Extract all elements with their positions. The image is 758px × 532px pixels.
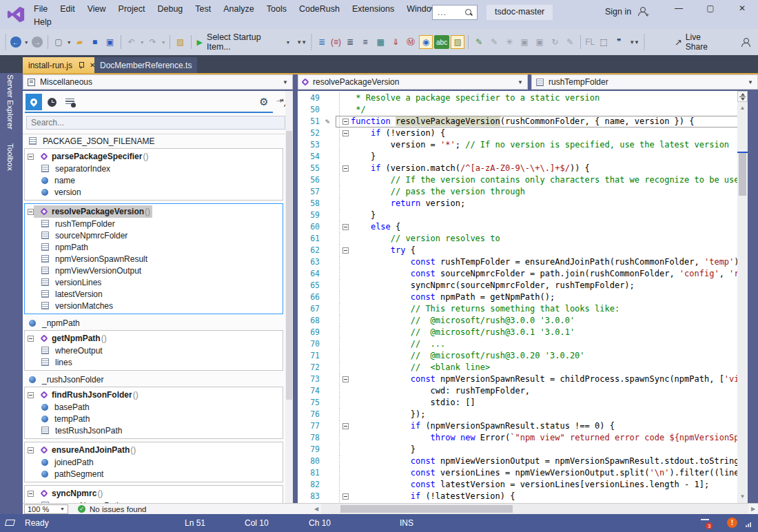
code-line-70[interactable]: 70 // ... bbox=[298, 338, 748, 350]
collapse-icon[interactable] bbox=[342, 376, 349, 382]
code-text[interactable]: else { bbox=[351, 221, 748, 233]
code-line-64[interactable]: 64 const sourceNpmrcFolder = path.join(r… bbox=[298, 268, 748, 280]
code-line-51[interactable]: 51✎function resolvePackageVersion(rushCo… bbox=[298, 116, 748, 127]
toolbar-grip[interactable] bbox=[5, 34, 6, 50]
menu-tools[interactable]: Tools bbox=[260, 4, 293, 14]
code-line-58[interactable]: 58 return version; bbox=[298, 198, 748, 209]
code-text[interactable]: * Resolve a package specifier to a stati… bbox=[351, 92, 748, 104]
line-number[interactable]: 71 bbox=[298, 350, 320, 362]
code-line-60[interactable]: 60 else { bbox=[298, 221, 748, 233]
outline-item-basePath[interactable]: basePath bbox=[25, 401, 283, 413]
close-button[interactable]: ✕ bbox=[730, 0, 754, 17]
scrollbar-track[interactable] bbox=[321, 504, 748, 514]
code-text[interactable]: if (!latestVersion) { bbox=[351, 491, 748, 502]
line-numbers-icon[interactable]: ≣ bbox=[343, 35, 357, 49]
line-number[interactable]: 72 bbox=[298, 362, 320, 374]
line-number[interactable]: 61 bbox=[298, 233, 320, 245]
fold-margin[interactable] bbox=[339, 420, 351, 432]
navigate-forward-icon[interactable]: → bbox=[30, 35, 44, 49]
code-line-57[interactable]: 57 // pass the version through bbox=[298, 186, 748, 198]
outline-group-title[interactable]: ensureAndJoinPath() bbox=[25, 444, 283, 456]
code-line-80[interactable]: 80 const npmViewVersionOutput = npmVersi… bbox=[298, 456, 748, 467]
line-number[interactable]: 70 bbox=[298, 338, 320, 350]
error-indicator-icon[interactable]: ! bbox=[727, 518, 737, 528]
line-number[interactable]: 59 bbox=[298, 209, 320, 221]
redo-icon[interactable]: ↷ bbox=[146, 35, 160, 49]
code-text[interactable]: // @microsoft/rush@3.0.1 '3.0.1' bbox=[351, 327, 748, 338]
code-line-56[interactable]: 56 // If the version contains only chara… bbox=[298, 174, 748, 186]
code-text[interactable]: }); bbox=[351, 409, 748, 420]
import-symbol-icon[interactable]: ⇓ bbox=[389, 35, 402, 49]
menu-view[interactable]: View bbox=[81, 4, 112, 14]
nav-project-dropdown[interactable]: Miscellaneous ▼ bbox=[23, 74, 293, 90]
fold-margin[interactable] bbox=[339, 186, 351, 198]
fold-margin[interactable] bbox=[339, 233, 351, 245]
code-text[interactable]: const sourceNpmrcFolder = path.join(rush… bbox=[351, 268, 748, 280]
new-file-icon[interactable]: ▢ bbox=[52, 35, 65, 49]
line-number[interactable]: 76 bbox=[298, 409, 320, 420]
line-number[interactable]: 58 bbox=[298, 198, 320, 209]
menu-extensions[interactable]: Extensions bbox=[346, 4, 400, 14]
toolbar-overflow-icon[interactable]: ▼▼ bbox=[629, 39, 639, 45]
fold-margin[interactable] bbox=[339, 467, 351, 479]
line-number[interactable]: 73 bbox=[298, 374, 320, 385]
code-line-78[interactable]: 78 throw new Error(`"npm view" returned … bbox=[298, 432, 748, 444]
line-number[interactable]: 68 bbox=[298, 315, 320, 327]
menu-coderush[interactable]: CodeRush bbox=[293, 4, 346, 14]
code-line-79[interactable]: 79 } bbox=[298, 444, 748, 456]
code-text[interactable]: try { bbox=[351, 245, 748, 256]
code-text[interactable]: const npmVersionSpawnResult = childProce… bbox=[351, 374, 748, 385]
collapse-icon[interactable] bbox=[28, 447, 34, 453]
fold-margin[interactable] bbox=[339, 268, 351, 280]
maximize-button[interactable]: ▢ bbox=[699, 0, 722, 17]
outline-item-testRushJsonPath[interactable]: testRushJsonPath bbox=[25, 424, 283, 436]
smart-quotes-icon[interactable]: ❞ bbox=[612, 35, 626, 49]
code-text[interactable]: version = '*'; // If no version is speci… bbox=[351, 139, 748, 151]
fold-margin[interactable] bbox=[339, 444, 351, 456]
menu-help[interactable]: Help bbox=[28, 17, 58, 27]
chevron-down-icon[interactable]: ▼ bbox=[283, 79, 288, 85]
minimize-button[interactable]: — bbox=[667, 0, 690, 17]
pin-view-tab[interactable] bbox=[25, 94, 42, 110]
code-line-62[interactable]: 62 try { bbox=[298, 245, 748, 256]
chevron-down-icon[interactable]: ▼ bbox=[748, 79, 753, 85]
spellcheck-icon[interactable]: abc bbox=[434, 35, 449, 49]
fold-margin[interactable] bbox=[339, 362, 351, 374]
nav-symbol-dropdown[interactable]: rushTempFolder ▼ bbox=[531, 74, 758, 90]
line-number[interactable]: 81 bbox=[298, 467, 320, 479]
fold-margin[interactable] bbox=[339, 338, 351, 350]
code-line-69[interactable]: 69 // @microsoft/rush@3.0.1 '3.0.1' bbox=[298, 327, 748, 338]
outline-item-npmViewVersionOutput[interactable]: npmViewVersionOutput bbox=[25, 265, 283, 276]
fold-margin[interactable] bbox=[339, 385, 351, 397]
collapse-icon[interactable] bbox=[342, 224, 349, 230]
line-number[interactable]: 49 bbox=[298, 92, 320, 104]
line-number[interactable]: 62 bbox=[298, 245, 320, 256]
code-line-72[interactable]: 72 // <blank line> bbox=[298, 362, 748, 374]
cleanup-icon[interactable]: ✳ bbox=[502, 35, 516, 49]
line-number[interactable]: 63 bbox=[298, 256, 320, 268]
collapse-icon[interactable] bbox=[342, 493, 349, 500]
chevron-down-icon[interactable]: ▼ bbox=[285, 40, 290, 45]
scrollbar-thumb[interactable] bbox=[340, 505, 513, 513]
line-number[interactable]: 50 bbox=[298, 104, 320, 116]
collapse-icon[interactable] bbox=[342, 119, 349, 125]
code-line-76[interactable]: 76 }); bbox=[298, 409, 748, 420]
collapse-icon[interactable] bbox=[28, 209, 34, 215]
code-text[interactable]: // pass the version through bbox=[351, 186, 748, 198]
code-text[interactable]: // <blank line> bbox=[351, 362, 748, 374]
quick-launch-search[interactable]: ... bbox=[432, 5, 478, 20]
selection-expand-icon[interactable]: ⬚ bbox=[597, 35, 611, 49]
line-number[interactable]: 67 bbox=[298, 303, 320, 315]
line-number[interactable]: 75 bbox=[298, 397, 320, 409]
code-text[interactable]: // This returns something that looks lik… bbox=[351, 303, 748, 315]
fold-margin[interactable] bbox=[339, 245, 351, 256]
scrollbar-thumb[interactable] bbox=[739, 153, 746, 196]
undo-icon[interactable]: ↶ bbox=[125, 35, 139, 49]
sign-in-link[interactable]: Sign in bbox=[605, 7, 631, 17]
collapse-icon[interactable] bbox=[28, 392, 34, 398]
code-line-59[interactable]: 59 } bbox=[298, 209, 748, 221]
collapse-icon[interactable] bbox=[342, 247, 349, 254]
line-number[interactable]: 55 bbox=[298, 163, 320, 174]
code-line-66[interactable]: 66 const npmPath = getNpmPath(); bbox=[298, 291, 748, 303]
code-lines[interactable]: 49 * Resolve a package specifier to a st… bbox=[298, 92, 748, 502]
